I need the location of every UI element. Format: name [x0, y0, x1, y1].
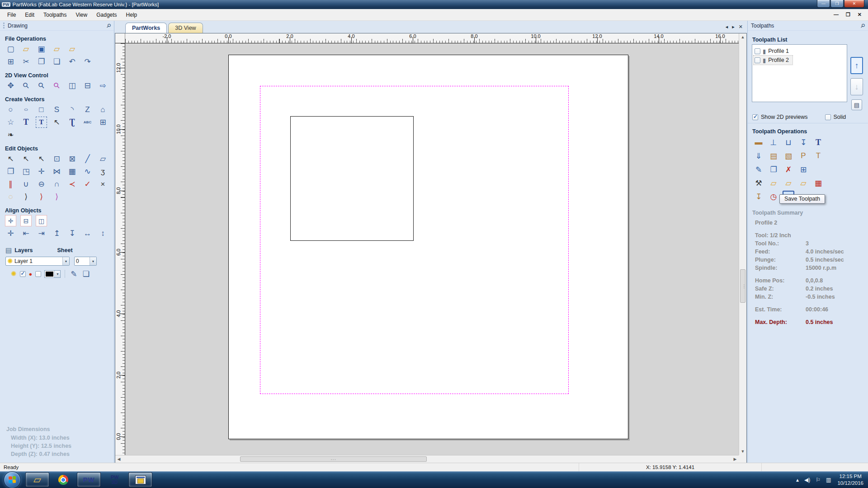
tab-scroll-right-icon[interactable]: ▸	[732, 24, 735, 30]
edit-gcode-icon[interactable]: ✎	[753, 164, 764, 175]
close-gap-move-icon[interactable]: ⟩	[51, 191, 62, 202]
mdi-minimize-button[interactable]: —	[834, 12, 839, 18]
delete-toolpath-icon[interactable]: ✗	[783, 164, 794, 175]
taskbar-cnc-button[interactable]	[128, 472, 152, 487]
array-copy-icon[interactable]: ▦	[66, 166, 78, 177]
preview-machining-time-icon[interactable]: ◷	[768, 191, 779, 202]
toggle-snap-panel-icon[interactable]: ◫	[66, 80, 78, 91]
chevron-down-icon[interactable]: ▼	[62, 257, 69, 265]
job-setup-icon[interactable]: ⊞	[5, 56, 16, 67]
weld-vectors-icon[interactable]: ∪	[20, 178, 32, 190]
restore-button[interactable]: ❐	[830, 0, 844, 8]
draw-star-icon[interactable]: ☆	[5, 117, 16, 128]
hidden-icons-button[interactable]: ▴	[796, 477, 799, 483]
menu-toolpaths[interactable]: Toolpaths	[39, 10, 71, 20]
text-box-icon[interactable]: T	[36, 117, 47, 128]
scroll-right-icon[interactable]: ▶	[731, 455, 739, 463]
drawn-rectangle[interactable]	[290, 116, 414, 241]
align-left-icon[interactable]: ⇤	[20, 228, 32, 239]
arc-text-icon[interactable]: ABC	[82, 117, 93, 128]
scroll-left-icon[interactable]: ◀	[115, 455, 123, 463]
draw-arc-icon[interactable]: ◝	[66, 104, 78, 115]
draw-polygon-icon[interactable]: ⌂	[97, 104, 108, 115]
vertical-scrollbar[interactable]: ▲ ▼	[739, 33, 746, 455]
taskbar-chrome-button[interactable]	[51, 472, 75, 487]
align-center-selection-icon[interactable]: ✛	[5, 228, 16, 239]
draw-polyline-icon[interactable]: Z	[82, 104, 93, 115]
undo-icon[interactable]: ↶	[66, 56, 78, 67]
layer-visible-icon[interactable]: ✺	[11, 270, 17, 278]
pin-icon[interactable]: ⚲	[859, 22, 867, 29]
new-drawing-icon[interactable]: ▢	[5, 43, 16, 55]
taskbar-partworks-3d-button[interactable]: PW3D	[103, 472, 127, 487]
zoom-box-icon[interactable]: ⚲	[18, 78, 34, 94]
set-position-icon[interactable]: ✛	[36, 166, 47, 177]
moulding-toolpath-icon[interactable]: ▤	[768, 150, 779, 162]
group-objects-icon[interactable]: ⊡	[51, 153, 62, 164]
align-center-material-icon[interactable]: ✛	[5, 215, 16, 226]
extend-vectors-icon[interactable]: ✓	[82, 178, 93, 190]
texture-toolpath-icon[interactable]: ▧	[783, 150, 794, 162]
measure-tool-icon[interactable]: ╱	[82, 153, 93, 164]
text-select-icon[interactable]: ↖	[51, 117, 62, 128]
horizontal-scrollbar-thumb[interactable]	[240, 456, 427, 462]
zoom-selection-icon[interactable]: ⚲	[49, 78, 65, 94]
menu-help[interactable]: Help	[122, 10, 142, 20]
chevron-down-icon[interactable]: ▼	[54, 271, 60, 277]
resize-list-button[interactable]: ▤	[851, 99, 862, 110]
align-top-icon[interactable]: ↥	[51, 228, 62, 239]
save-file-icon[interactable]: ▣	[36, 43, 47, 55]
toolpath-item-profile-2[interactable]: ▮ Profile 2	[754, 56, 793, 65]
lock-icon[interactable]: ●	[29, 271, 33, 277]
tab-scroll-left-icon[interactable]: ◂	[726, 24, 728, 30]
draw-rectangle-icon[interactable]: □	[36, 104, 47, 115]
copy-icon[interactable]: ❐	[36, 56, 47, 67]
toolpath-item-label[interactable]: Profile 1	[768, 48, 789, 54]
taskbar-explorer-button[interactable]: ▱	[25, 472, 49, 487]
draw-text-icon[interactable]: T	[20, 117, 32, 128]
space-horizontal-icon[interactable]: ↔	[82, 228, 93, 239]
horizontal-scrollbar[interactable]: ◀ ▶	[115, 455, 739, 463]
mdi-restore-button[interactable]: ❐	[846, 12, 850, 18]
sheet-manager-icon[interactable]: ❏	[81, 269, 90, 278]
paste-icon[interactable]: ❏	[51, 56, 62, 67]
align-center-horizontal-icon[interactable]: ⊟	[20, 215, 32, 226]
import-vectors-icon[interactable]: ▱	[51, 43, 62, 55]
action-center-flag-icon[interactable]: ⚐	[816, 477, 821, 483]
distort-object-icon[interactable]: ▱	[97, 153, 108, 164]
scroll-down-icon[interactable]: ▼	[739, 448, 746, 455]
select-objects-icon[interactable]: ↖	[5, 153, 16, 164]
menu-gadgets[interactable]: Gadgets	[92, 10, 121, 20]
start-button[interactable]	[4, 471, 21, 488]
menu-edit[interactable]: Edit	[20, 10, 39, 20]
fillet-tool-icon[interactable]: ∿	[82, 166, 93, 177]
panel-grip[interactable]	[3, 23, 5, 28]
move-toolpath-down-button[interactable]: ↓	[850, 78, 863, 95]
toolpath-calculator-icon[interactable]: ⊞	[797, 164, 809, 175]
toolpath-item-label[interactable]: Profile 2	[768, 57, 789, 63]
engrave-toolpath-icon[interactable]: T	[812, 150, 824, 162]
cut-icon[interactable]: ✂	[20, 56, 32, 67]
layer-visible-checkbox[interactable]	[20, 271, 26, 277]
text-layout-grid-icon[interactable]: ⊞	[97, 117, 108, 128]
mdi-close-button[interactable]: ✕	[858, 12, 862, 18]
align-right-icon[interactable]: ⇥	[36, 228, 47, 239]
intersect-vectors-icon[interactable]: ∩	[51, 178, 62, 190]
join-vectors-icon[interactable]: ◌	[5, 191, 16, 202]
vertical-scrollbar-thumb[interactable]	[740, 269, 745, 303]
scroll-up-icon[interactable]: ▲	[739, 33, 746, 41]
close-gap-curve-icon[interactable]: ⟩	[36, 191, 47, 202]
pocket-toolpath-icon[interactable]: ⊔	[783, 136, 794, 148]
job-sheet[interactable]	[228, 55, 628, 439]
import-clipart-icon[interactable]: ❧	[5, 129, 16, 141]
prism-carve-icon[interactable]: P	[797, 150, 809, 162]
layer-lock-checkbox[interactable]	[35, 271, 41, 277]
taskbar-partworks-button[interactable]: PW	[77, 472, 101, 487]
tab-partworks[interactable]: PartWorks	[125, 23, 167, 33]
align-bottom-icon[interactable]: ↧	[66, 228, 78, 239]
redo-icon[interactable]: ↷	[82, 56, 93, 67]
drill-toolpath-icon[interactable]: ↧	[797, 136, 809, 148]
save-toolpath-template-icon[interactable]: ▱	[783, 177, 794, 189]
toolpath-checkbox[interactable]	[755, 48, 760, 54]
profile-toolpath-icon[interactable]: ⊥	[768, 136, 779, 148]
